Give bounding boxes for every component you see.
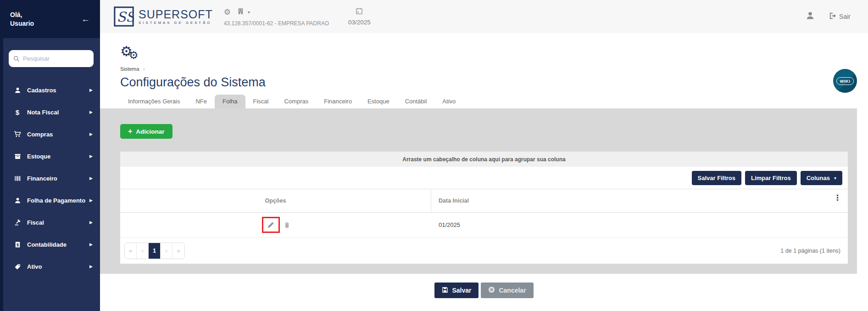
tab-nfe[interactable]: NFe — [188, 95, 215, 108]
logout-button[interactable]: Sair — [829, 12, 851, 21]
breadcrumb: Sistema › — [120, 66, 868, 74]
tab-estoque[interactable]: Estoque — [360, 95, 397, 108]
logout-label: Sair — [839, 13, 851, 20]
column-header-opcoes[interactable]: Opções — [120, 189, 431, 212]
chevron-right-icon: ▶ — [89, 110, 93, 114]
footer-actions: Salvar Cancelar — [100, 274, 868, 298]
search-icon — [13, 56, 20, 62]
gavel-icon — [12, 219, 22, 226]
app-window: Olá, Usuario ← Cadastros ▶ $ Nota — [0, 0, 868, 311]
sidebar-item-ativo[interactable]: Ativo ▶ — [3, 255, 100, 277]
tab-fiscal[interactable]: Fiscal — [245, 95, 277, 108]
sidebar-item-compras[interactable]: Compras ▶ — [3, 123, 100, 145]
chevron-right-icon: ▶ — [89, 220, 93, 225]
edit-pencil-icon[interactable] — [267, 221, 275, 229]
sidebar-item-cadastros[interactable]: Cadastros ▶ — [3, 79, 100, 101]
column-header-data-inicial[interactable]: Data Inicial ⋮ — [431, 189, 848, 212]
period-selector[interactable]: 03/2025 — [348, 7, 371, 26]
pager-prev-button[interactable]: ‹ — [137, 243, 149, 259]
logo-text: SUPERSOFT SISTEMAS DE GESTÃO — [139, 8, 213, 25]
sidebar-body: Cadastros ▶ $ Nota Fiscal ▶ Compras ▶ Es… — [0, 38, 100, 311]
cart-icon — [12, 130, 22, 138]
person-icon — [12, 197, 22, 204]
data-grid: Arraste um cabeçalho de coluna aqui para… — [120, 152, 848, 264]
page-content: ⚙ ⚙ Sistema › Configurações do Sistema W… — [100, 33, 868, 311]
main-area: SS SUPERSOFT SISTEMAS DE GESTÃO ⚙ ▾ 43.1… — [100, 0, 868, 311]
clear-filters-button[interactable]: Limpar Filtros — [745, 171, 797, 185]
add-button[interactable]: + Adicionar — [120, 124, 172, 139]
pager-page-1-button[interactable]: 1 — [149, 243, 161, 259]
barcode-icon — [12, 175, 22, 182]
wiki-badge-label: WIKI — [836, 77, 853, 85]
pager-last-button[interactable]: » — [172, 243, 184, 259]
cancel-button[interactable]: Cancelar — [481, 283, 533, 298]
company-name: 43.128.357/0001-62 - EMPRESA PADRAO — [224, 20, 329, 27]
settings-gear-icon[interactable]: ⚙ — [224, 8, 231, 16]
group-drop-zone[interactable]: Arraste um cabeçalho de coluna aqui para… — [120, 152, 848, 167]
pager: « ‹ 1 › » — [124, 243, 185, 259]
chevron-right-icon: ▶ — [89, 198, 93, 203]
search-box — [9, 50, 94, 67]
sidebar-item-label: Cadastros — [27, 87, 89, 94]
supersoft-logo-mark: SS — [114, 6, 134, 27]
sidebar-item-label: Contabilidade — [27, 241, 89, 248]
chevron-right-icon: ▶ — [89, 242, 93, 247]
page-head: ⚙ ⚙ Sistema › Configurações do Sistema — [100, 33, 868, 90]
wiki-badge[interactable]: WIKI — [833, 69, 857, 93]
columns-dropdown-button[interactable]: Colunas ▾ — [801, 171, 842, 185]
tab-ativo[interactable]: Ativo — [434, 95, 463, 108]
company-selector: ⚙ ▾ 43.128.357/0001-62 - EMPRESA PADRAO — [224, 6, 329, 27]
cancel-button-label: Cancelar — [499, 287, 526, 294]
plus-icon: + — [128, 128, 132, 135]
floppy-icon — [442, 287, 448, 294]
page-title: Configurações do Sistema — [120, 74, 868, 90]
annotation-highlight-box — [262, 217, 280, 233]
sidebar-header: Olá, Usuario ← — [0, 0, 100, 38]
breadcrumb-sistema[interactable]: Sistema — [120, 66, 139, 72]
tab-financeiro[interactable]: Financeiro — [316, 95, 360, 108]
chevron-right-icon: ▶ — [89, 132, 93, 136]
sidebar-item-contabilidade[interactable]: $ Contabilidade ▶ — [3, 233, 100, 255]
supersoft-logo: SS SUPERSOFT SISTEMAS DE GESTÃO — [114, 6, 213, 27]
row-actions-cell — [120, 213, 431, 237]
sidebar-item-estoque[interactable]: Estoque ▶ — [3, 145, 100, 167]
company-building-icon[interactable] — [237, 8, 244, 17]
sidebar-item-label: Folha de Pagamento — [27, 197, 89, 204]
tab-compras[interactable]: Compras — [276, 95, 316, 108]
logo-subtitle: SISTEMAS DE GESTÃO — [139, 21, 213, 25]
tab-informacoes-gerais[interactable]: Informações Gerais — [120, 95, 188, 108]
svg-text:SS: SS — [117, 9, 134, 25]
sidebar-item-label: Estoque — [27, 153, 89, 160]
breadcrumb-separator: › — [143, 66, 145, 72]
filter-toolbar: Salvar Filtros Limpar Filtros Colunas ▾ — [120, 167, 848, 189]
sidebar-item-nota-fiscal[interactable]: $ Nota Fiscal ▶ — [3, 101, 100, 123]
sidebar: Olá, Usuario ← Cadastros ▶ $ Nota — [0, 0, 100, 311]
company-caret-down-icon[interactable]: ▾ — [248, 10, 250, 15]
chevron-right-icon: ▶ — [89, 176, 93, 181]
grid-header-row: Opções Data Inicial ⋮ — [120, 189, 848, 213]
chevron-right-icon: ▶ — [89, 264, 93, 269]
save-filters-button[interactable]: Salvar Filtros — [692, 171, 741, 185]
user-icon[interactable] — [806, 11, 815, 22]
column-menu-kebab-icon[interactable]: ⋮ — [834, 189, 841, 203]
logout-icon — [829, 12, 836, 21]
sidebar-collapse-button[interactable]: ← — [81, 15, 90, 23]
tab-folha[interactable]: Folha — [215, 95, 245, 108]
company-icons: ⚙ ▾ — [224, 6, 329, 17]
search-input[interactable] — [23, 55, 89, 62]
sidebar-item-folha-de-pagamento[interactable]: Folha de Pagamento ▶ — [3, 189, 100, 211]
save-button[interactable]: Salvar — [434, 283, 479, 298]
pager-first-button[interactable]: « — [125, 243, 137, 259]
tab-contabil[interactable]: Contábil — [397, 95, 435, 108]
dollar-icon: $ — [12, 108, 22, 116]
cancel-circle-x-icon — [488, 286, 495, 294]
add-button-label: Adicionar — [136, 128, 164, 135]
pagination-summary: 1 de 1 páginas (1 itens) — [780, 248, 840, 254]
sidebar-nav: Cadastros ▶ $ Nota Fiscal ▶ Compras ▶ Es… — [3, 79, 100, 277]
sidebar-item-fiscal[interactable]: Fiscal ▶ — [3, 211, 100, 233]
delete-trash-icon[interactable] — [284, 222, 290, 228]
system-gears-icon: ⚙ ⚙ — [120, 45, 148, 66]
sidebar-item-financeiro[interactable]: Financeiro ▶ — [3, 167, 100, 189]
pager-next-button[interactable]: › — [161, 243, 172, 259]
table-row: 01/2025 — [120, 213, 848, 237]
